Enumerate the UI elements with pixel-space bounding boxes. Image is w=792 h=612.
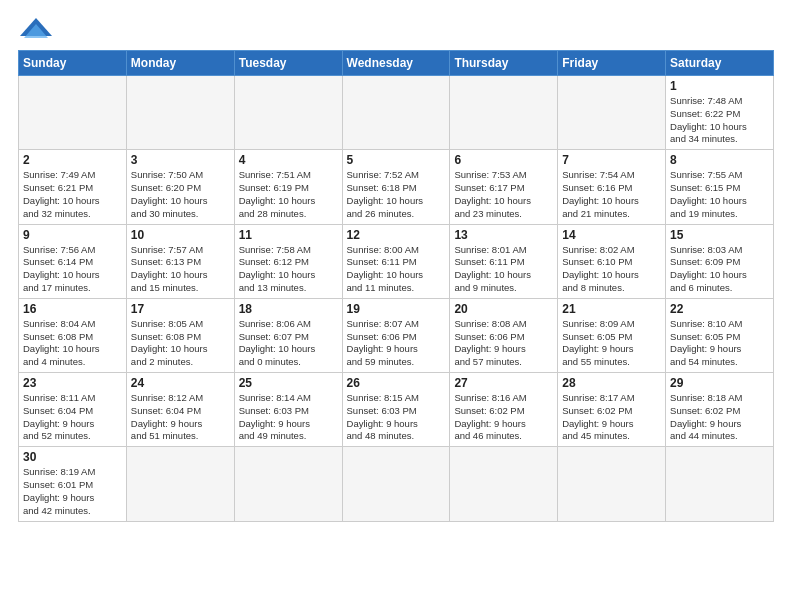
day-number: 13 <box>454 228 553 242</box>
day-number: 16 <box>23 302 122 316</box>
day-info: Sunrise: 8:14 AM Sunset: 6:03 PM Dayligh… <box>239 392 338 443</box>
calendar-cell: 1Sunrise: 7:48 AM Sunset: 6:22 PM Daylig… <box>666 76 774 150</box>
calendar-cell <box>666 447 774 521</box>
weekday-header-saturday: Saturday <box>666 51 774 76</box>
calendar-cell: 21Sunrise: 8:09 AM Sunset: 6:05 PM Dayli… <box>558 298 666 372</box>
day-number: 27 <box>454 376 553 390</box>
calendar-cell: 23Sunrise: 8:11 AM Sunset: 6:04 PM Dayli… <box>19 373 127 447</box>
day-info: Sunrise: 8:05 AM Sunset: 6:08 PM Dayligh… <box>131 318 230 369</box>
day-number: 12 <box>347 228 446 242</box>
calendar-week-3: 9Sunrise: 7:56 AM Sunset: 6:14 PM Daylig… <box>19 224 774 298</box>
calendar-cell: 15Sunrise: 8:03 AM Sunset: 6:09 PM Dayli… <box>666 224 774 298</box>
day-info: Sunrise: 7:55 AM Sunset: 6:15 PM Dayligh… <box>670 169 769 220</box>
calendar-cell: 4Sunrise: 7:51 AM Sunset: 6:19 PM Daylig… <box>234 150 342 224</box>
day-info: Sunrise: 7:50 AM Sunset: 6:20 PM Dayligh… <box>131 169 230 220</box>
calendar-body: 1Sunrise: 7:48 AM Sunset: 6:22 PM Daylig… <box>19 76 774 522</box>
day-info: Sunrise: 8:18 AM Sunset: 6:02 PM Dayligh… <box>670 392 769 443</box>
day-info: Sunrise: 8:15 AM Sunset: 6:03 PM Dayligh… <box>347 392 446 443</box>
day-info: Sunrise: 8:00 AM Sunset: 6:11 PM Dayligh… <box>347 244 446 295</box>
calendar-week-5: 23Sunrise: 8:11 AM Sunset: 6:04 PM Dayli… <box>19 373 774 447</box>
day-info: Sunrise: 7:54 AM Sunset: 6:16 PM Dayligh… <box>562 169 661 220</box>
calendar-cell <box>558 447 666 521</box>
weekday-header-tuesday: Tuesday <box>234 51 342 76</box>
day-number: 24 <box>131 376 230 390</box>
calendar-cell <box>342 76 450 150</box>
day-info: Sunrise: 8:17 AM Sunset: 6:02 PM Dayligh… <box>562 392 661 443</box>
calendar-cell: 6Sunrise: 7:53 AM Sunset: 6:17 PM Daylig… <box>450 150 558 224</box>
calendar-cell <box>234 447 342 521</box>
day-number: 18 <box>239 302 338 316</box>
calendar-cell: 22Sunrise: 8:10 AM Sunset: 6:05 PM Dayli… <box>666 298 774 372</box>
day-number: 4 <box>239 153 338 167</box>
calendar-cell: 9Sunrise: 7:56 AM Sunset: 6:14 PM Daylig… <box>19 224 127 298</box>
day-number: 19 <box>347 302 446 316</box>
day-info: Sunrise: 8:06 AM Sunset: 6:07 PM Dayligh… <box>239 318 338 369</box>
calendar-week-4: 16Sunrise: 8:04 AM Sunset: 6:08 PM Dayli… <box>19 298 774 372</box>
weekday-header-wednesday: Wednesday <box>342 51 450 76</box>
calendar-cell <box>558 76 666 150</box>
calendar-cell: 13Sunrise: 8:01 AM Sunset: 6:11 PM Dayli… <box>450 224 558 298</box>
day-info: Sunrise: 7:52 AM Sunset: 6:18 PM Dayligh… <box>347 169 446 220</box>
day-number: 25 <box>239 376 338 390</box>
weekday-header-row: SundayMondayTuesdayWednesdayThursdayFrid… <box>19 51 774 76</box>
calendar: SundayMondayTuesdayWednesdayThursdayFrid… <box>18 50 774 522</box>
logo <box>18 16 58 44</box>
day-info: Sunrise: 8:12 AM Sunset: 6:04 PM Dayligh… <box>131 392 230 443</box>
day-info: Sunrise: 7:53 AM Sunset: 6:17 PM Dayligh… <box>454 169 553 220</box>
calendar-cell: 29Sunrise: 8:18 AM Sunset: 6:02 PM Dayli… <box>666 373 774 447</box>
day-number: 1 <box>670 79 769 93</box>
header <box>18 16 774 44</box>
calendar-cell <box>126 447 234 521</box>
calendar-cell: 8Sunrise: 7:55 AM Sunset: 6:15 PM Daylig… <box>666 150 774 224</box>
day-number: 26 <box>347 376 446 390</box>
day-info: Sunrise: 7:58 AM Sunset: 6:12 PM Dayligh… <box>239 244 338 295</box>
calendar-cell <box>342 447 450 521</box>
calendar-cell <box>126 76 234 150</box>
calendar-cell: 5Sunrise: 7:52 AM Sunset: 6:18 PM Daylig… <box>342 150 450 224</box>
calendar-cell: 20Sunrise: 8:08 AM Sunset: 6:06 PM Dayli… <box>450 298 558 372</box>
calendar-week-6: 30Sunrise: 8:19 AM Sunset: 6:01 PM Dayli… <box>19 447 774 521</box>
day-number: 2 <box>23 153 122 167</box>
day-number: 11 <box>239 228 338 242</box>
calendar-cell: 14Sunrise: 8:02 AM Sunset: 6:10 PM Dayli… <box>558 224 666 298</box>
calendar-cell: 28Sunrise: 8:17 AM Sunset: 6:02 PM Dayli… <box>558 373 666 447</box>
day-info: Sunrise: 8:09 AM Sunset: 6:05 PM Dayligh… <box>562 318 661 369</box>
calendar-cell: 17Sunrise: 8:05 AM Sunset: 6:08 PM Dayli… <box>126 298 234 372</box>
calendar-cell: 26Sunrise: 8:15 AM Sunset: 6:03 PM Dayli… <box>342 373 450 447</box>
calendar-cell: 30Sunrise: 8:19 AM Sunset: 6:01 PM Dayli… <box>19 447 127 521</box>
day-info: Sunrise: 7:49 AM Sunset: 6:21 PM Dayligh… <box>23 169 122 220</box>
weekday-header-monday: Monday <box>126 51 234 76</box>
day-info: Sunrise: 8:11 AM Sunset: 6:04 PM Dayligh… <box>23 392 122 443</box>
day-number: 23 <box>23 376 122 390</box>
day-number: 21 <box>562 302 661 316</box>
day-number: 30 <box>23 450 122 464</box>
day-number: 29 <box>670 376 769 390</box>
weekday-header-friday: Friday <box>558 51 666 76</box>
calendar-cell: 19Sunrise: 8:07 AM Sunset: 6:06 PM Dayli… <box>342 298 450 372</box>
calendar-cell: 7Sunrise: 7:54 AM Sunset: 6:16 PM Daylig… <box>558 150 666 224</box>
calendar-header: SundayMondayTuesdayWednesdayThursdayFrid… <box>19 51 774 76</box>
calendar-cell: 11Sunrise: 7:58 AM Sunset: 6:12 PM Dayli… <box>234 224 342 298</box>
calendar-cell: 16Sunrise: 8:04 AM Sunset: 6:08 PM Dayli… <box>19 298 127 372</box>
day-info: Sunrise: 8:03 AM Sunset: 6:09 PM Dayligh… <box>670 244 769 295</box>
calendar-cell: 10Sunrise: 7:57 AM Sunset: 6:13 PM Dayli… <box>126 224 234 298</box>
day-number: 6 <box>454 153 553 167</box>
calendar-cell <box>450 447 558 521</box>
day-number: 22 <box>670 302 769 316</box>
calendar-week-1: 1Sunrise: 7:48 AM Sunset: 6:22 PM Daylig… <box>19 76 774 150</box>
day-info: Sunrise: 8:07 AM Sunset: 6:06 PM Dayligh… <box>347 318 446 369</box>
weekday-header-sunday: Sunday <box>19 51 127 76</box>
calendar-cell: 24Sunrise: 8:12 AM Sunset: 6:04 PM Dayli… <box>126 373 234 447</box>
logo-icon <box>18 16 54 44</box>
day-number: 14 <box>562 228 661 242</box>
day-number: 5 <box>347 153 446 167</box>
day-number: 9 <box>23 228 122 242</box>
day-info: Sunrise: 8:10 AM Sunset: 6:05 PM Dayligh… <box>670 318 769 369</box>
day-info: Sunrise: 8:08 AM Sunset: 6:06 PM Dayligh… <box>454 318 553 369</box>
day-info: Sunrise: 8:16 AM Sunset: 6:02 PM Dayligh… <box>454 392 553 443</box>
calendar-cell: 2Sunrise: 7:49 AM Sunset: 6:21 PM Daylig… <box>19 150 127 224</box>
day-info: Sunrise: 7:48 AM Sunset: 6:22 PM Dayligh… <box>670 95 769 146</box>
day-info: Sunrise: 8:01 AM Sunset: 6:11 PM Dayligh… <box>454 244 553 295</box>
day-info: Sunrise: 8:19 AM Sunset: 6:01 PM Dayligh… <box>23 466 122 517</box>
day-number: 10 <box>131 228 230 242</box>
